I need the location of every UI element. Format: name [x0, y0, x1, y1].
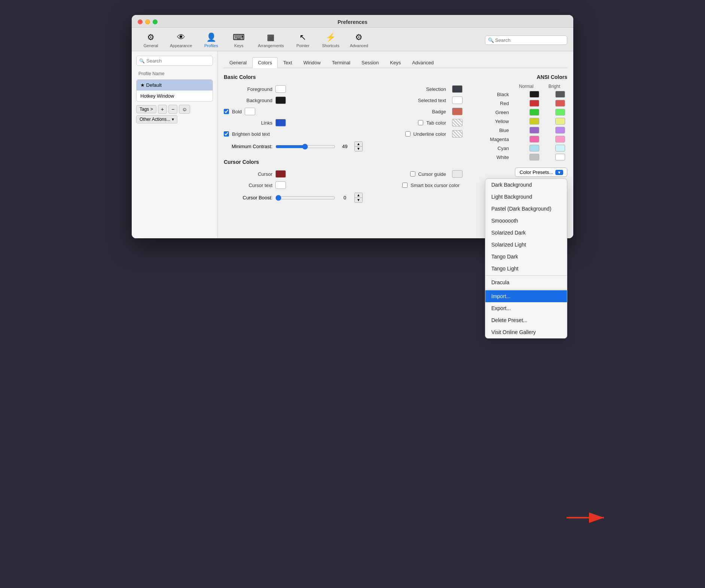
smart-box-checkbox[interactable]	[402, 183, 408, 188]
emoji-action-button[interactable]: ☺	[179, 105, 190, 114]
preset-import[interactable]: Import...	[485, 290, 567, 302]
links-swatch[interactable]	[275, 119, 286, 126]
tab-window[interactable]: Window	[298, 57, 326, 68]
preset-dark-bg[interactable]: Dark Background	[485, 179, 567, 191]
tab-colors[interactable]: Colors	[252, 57, 278, 68]
main-content: 🔍 Profile Name ★ Default Hotkey Window T…	[132, 51, 573, 238]
close-button[interactable]	[138, 19, 143, 24]
profile-item-default[interactable]: ★ Default	[137, 80, 213, 91]
keys-icon: ⌨	[234, 32, 244, 43]
toolbar-item-keys[interactable]: ⌨ Keys	[226, 31, 252, 49]
tab-session[interactable]: Session	[356, 57, 384, 68]
toolbar-label-advanced: Advanced	[350, 43, 368, 48]
ansi-swatch-green-bright[interactable]	[555, 109, 565, 116]
cursor-text-swatch[interactable]	[275, 181, 286, 189]
preset-gallery[interactable]: Visit Online Gallery	[485, 326, 567, 338]
toolbar-label-shortcuts: Shortcuts	[322, 43, 339, 48]
underline-checkbox[interactable]	[405, 131, 411, 137]
cursor-boost-up[interactable]: ▲	[355, 193, 362, 198]
ansi-swatch-yellow-normal[interactable]	[529, 118, 539, 125]
tab-text[interactable]: Text	[278, 57, 298, 68]
underline-swatch[interactable]	[452, 130, 463, 138]
stepper-down[interactable]: ▼	[355, 147, 362, 151]
ansi-swatch-white-bright[interactable]	[555, 154, 565, 160]
add-profile-button[interactable]: +	[158, 105, 167, 114]
cursor-guide-checkbox[interactable]	[410, 171, 415, 177]
brighten-checkbox[interactable]	[224, 131, 229, 137]
cursor-swatch[interactable]	[275, 170, 286, 178]
bold-label: Bold	[232, 109, 242, 114]
ansi-swatch-red-normal[interactable]	[529, 100, 539, 107]
toolbar-item-arrangements[interactable]: ▦ Arrangements	[253, 31, 288, 49]
ansi-swatch-red-bright[interactable]	[555, 100, 565, 107]
tab-color-checkbox[interactable]	[418, 120, 423, 125]
selected-text-swatch[interactable]	[452, 97, 463, 104]
tab-advanced[interactable]: Advanced	[406, 57, 439, 68]
preset-light-bg[interactable]: Light Background	[485, 191, 567, 203]
toolbar-item-appearance[interactable]: 👁 Appearance	[165, 31, 196, 49]
search-wrapper: 🔍	[485, 36, 567, 45]
toolbar-search-input[interactable]	[485, 36, 567, 45]
cursor-boost-down[interactable]: ▼	[355, 198, 362, 202]
tab-general[interactable]: General	[224, 57, 252, 68]
preset-export[interactable]: Export...	[485, 302, 567, 314]
cursor-boost-stepper[interactable]: ▲ ▼	[354, 193, 363, 203]
toolbar-item-profiles[interactable]: 👤 Profiles	[198, 31, 224, 49]
ansi-swatch-magenta-normal[interactable]	[529, 136, 539, 143]
ansi-swatch-green-normal[interactable]	[529, 109, 539, 116]
profile-item-hotkey[interactable]: Hotkey Window	[137, 91, 213, 101]
ansi-bright-black[interactable]	[541, 90, 567, 99]
preset-solarized-light[interactable]: Solarized Light	[485, 239, 567, 251]
tab-color-label: Tab color	[426, 120, 446, 126]
tab-terminal[interactable]: Terminal	[326, 57, 356, 68]
toolbar-item-advanced[interactable]: ⚙ Advanced	[345, 31, 373, 49]
ansi-bright-header: Bright	[541, 83, 567, 90]
right-colors: ANSI Colors Normal Bright Black	[474, 74, 567, 206]
toolbar-items: ⚙ General 👁 Appearance 👤 Profiles ⌨ Keys…	[138, 31, 485, 49]
ansi-swatch-cyan-bright[interactable]	[555, 145, 565, 151]
ansi-swatch-blue-normal[interactable]	[529, 127, 539, 134]
toolbar-item-general[interactable]: ⚙ General	[138, 31, 164, 49]
preset-tango-dark[interactable]: Tango Dark	[485, 251, 567, 263]
other-actions-button[interactable]: Other Actions... ▾	[136, 115, 177, 123]
toolbar-item-shortcuts[interactable]: ⚡ Shortcuts	[317, 31, 344, 49]
bold-checkbox[interactable]	[224, 109, 229, 114]
ansi-normal-black[interactable]	[511, 90, 541, 99]
ansi-swatch-black-bright[interactable]	[555, 91, 565, 98]
ansi-swatch-white-normal[interactable]	[529, 154, 539, 160]
ansi-name-black: Black	[474, 90, 511, 99]
preset-tango-light[interactable]: Tango Light	[485, 263, 567, 275]
preset-dracula[interactable]: Dracula	[485, 276, 567, 288]
selection-swatch[interactable]	[452, 85, 463, 93]
toolbar-item-pointer[interactable]: ↖ Pointer	[290, 31, 316, 49]
preset-solarized-dark[interactable]: Solarized Dark	[485, 227, 567, 239]
min-contrast-stepper[interactable]: ▲ ▼	[354, 141, 363, 151]
links-row: Links Tab color	[224, 119, 463, 126]
tab-keys[interactable]: Keys	[384, 57, 406, 68]
badge-label: Badge	[432, 109, 446, 114]
tags-button[interactable]: Tags >	[136, 105, 156, 113]
ansi-swatch-yellow-bright[interactable]	[555, 118, 565, 125]
minimize-button[interactable]	[145, 19, 150, 24]
bold-swatch[interactable]	[245, 108, 255, 115]
ansi-swatch-blue-bright[interactable]	[555, 127, 565, 134]
ansi-swatch-cyan-normal[interactable]	[529, 145, 539, 151]
cursor-guide-swatch[interactable]	[452, 170, 463, 178]
stepper-up[interactable]: ▲	[355, 142, 362, 147]
ansi-swatch-magenta-bright[interactable]	[555, 136, 565, 143]
background-swatch[interactable]	[275, 97, 286, 104]
min-contrast-slider[interactable]	[275, 144, 335, 150]
maximize-button[interactable]	[153, 19, 158, 24]
preset-delete[interactable]: Delete Preset...	[485, 314, 567, 326]
sidebar-search-icon: 🔍	[139, 58, 145, 64]
preset-smoooooth[interactable]: Smoooooth	[485, 215, 567, 227]
sidebar-search-input[interactable]	[136, 56, 213, 66]
badge-swatch[interactable]	[452, 108, 463, 115]
cursor-boost-slider[interactable]	[275, 195, 335, 201]
foreground-swatch[interactable]	[275, 85, 286, 93]
preset-pastel[interactable]: Pastel (Dark Background)	[485, 203, 567, 215]
tab-color-swatch[interactable]	[452, 119, 463, 126]
ansi-swatch-black-normal[interactable]	[529, 91, 539, 98]
color-presets-button[interactable]: Color Presets... ▼	[515, 168, 567, 177]
remove-profile-button[interactable]: −	[168, 105, 177, 114]
